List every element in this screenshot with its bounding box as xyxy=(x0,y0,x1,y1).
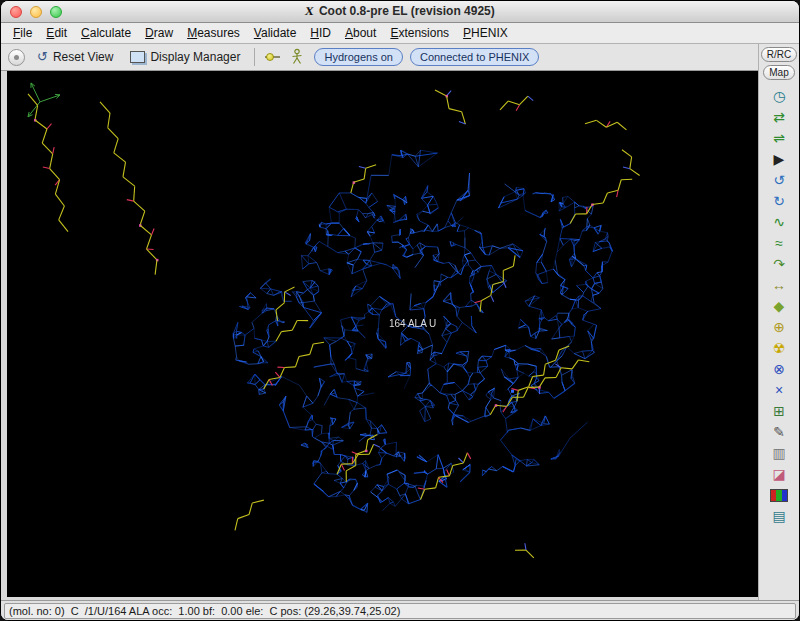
map-button[interactable]: Map xyxy=(763,65,794,80)
display-manager-icon xyxy=(130,51,145,63)
connected-to-phenix-button[interactable]: Connected to PHENIX xyxy=(410,48,539,66)
right-panel: R/RC Map ◷⇄⇌▶↺↻∿≈↷↔◆⊕☢⊗×⊞✎▥◪▤ xyxy=(758,44,799,600)
eraser-icon[interactable]: ◪ xyxy=(767,465,791,484)
content-row: ↺ Reset View Display Manager xyxy=(1,44,799,600)
person-icon[interactable] xyxy=(289,48,307,66)
menu-draw[interactable]: Draw xyxy=(138,24,180,42)
menu-about[interactable]: About xyxy=(338,24,383,42)
regularize-zone-icon[interactable]: ⇄ xyxy=(767,108,791,127)
traffic-lights xyxy=(10,6,62,18)
flip-peptide-icon[interactable]: ↷ xyxy=(767,255,791,274)
sidechain-180-icon[interactable]: ↔ xyxy=(767,276,791,295)
window-title: XCoot 0.8-pre EL (revision 4925) xyxy=(1,4,799,19)
title-bar[interactable]: XCoot 0.8-pre EL (revision 4925) xyxy=(1,1,799,23)
toolbar-overflow-button[interactable] xyxy=(8,49,25,66)
menu-validate[interactable]: Validate xyxy=(247,24,304,42)
rotate-translate-icon[interactable]: ▶ xyxy=(767,150,791,169)
torsion-general-icon[interactable]: ≈ xyxy=(767,234,791,253)
status-text: (mol. no: 0) C /1/U/164 ALA occ: 1.00 bf… xyxy=(4,603,796,619)
hydrogens-on-button[interactable]: Hydrogens on xyxy=(314,48,403,66)
toolbar-overflow-icon xyxy=(14,55,19,60)
auto-fit-rotamer-icon[interactable]: ↺ xyxy=(767,171,791,190)
hydrogen-toggle-atom xyxy=(266,53,274,61)
pointer-atom-icon[interactable]: ☢ xyxy=(767,339,791,358)
viewport: 164 ALA U xyxy=(1,71,758,600)
minimize-button[interactable] xyxy=(30,6,42,18)
reset-view-label: Reset View xyxy=(53,50,113,64)
display-settings-icon[interactable] xyxy=(767,486,791,505)
side-icon-strip: ◷⇄⇌▶↺↻∿≈↷↔◆⊕☢⊗×⊞✎▥◪▤ xyxy=(767,87,791,526)
close-button[interactable] xyxy=(10,6,22,18)
menu-calculate[interactable]: Calculate xyxy=(74,24,138,42)
toolbar-separator xyxy=(254,48,255,66)
refine-arrows-icon[interactable]: ⊗ xyxy=(767,360,791,379)
menu-hid[interactable]: HID xyxy=(303,24,338,42)
window-title-text: Coot 0.8-pre EL (revision 4925) xyxy=(319,4,495,18)
menu-measures[interactable]: Measures xyxy=(180,24,247,42)
menu-extensions[interactable]: Extensions xyxy=(383,24,456,42)
hydrogen-toggle-icon[interactable] xyxy=(264,48,282,66)
rotamers-icon[interactable]: ↻ xyxy=(767,192,791,211)
main-toolbar: ↺ Reset View Display Manager xyxy=(1,44,758,71)
menu-phenix[interactable]: PHENIX xyxy=(456,24,515,42)
main-column: ↺ Reset View Display Manager xyxy=(1,44,758,600)
rigid-body-fit-icon[interactable]: ⇌ xyxy=(767,129,791,148)
gl-canvas[interactable] xyxy=(7,71,758,597)
edit-pencil-icon[interactable]: ✎ xyxy=(767,423,791,442)
display-manager-button[interactable]: Display Manager xyxy=(125,48,245,66)
rgb-display-glyph xyxy=(770,489,788,502)
add-atom-icon[interactable]: ⊞ xyxy=(767,402,791,421)
coot-window: XCoot 0.8-pre EL (revision 4925) FileEdi… xyxy=(0,0,800,621)
map-contour-icon[interactable]: ▤ xyxy=(767,507,791,526)
menu-file[interactable]: File xyxy=(6,24,39,42)
add-terminal-residue-icon[interactable]: ⊕ xyxy=(767,318,791,337)
real-space-refine-icon[interactable]: ◷ xyxy=(767,87,791,106)
mutate-residue-icon[interactable]: ◆ xyxy=(767,297,791,316)
reset-view-icon: ↺ xyxy=(37,51,48,63)
reset-view-button[interactable]: ↺ Reset View xyxy=(32,48,118,66)
delete-item-icon[interactable]: × xyxy=(767,381,791,400)
rrc-button[interactable]: R/RC xyxy=(761,47,797,62)
edit-chi-angles-icon[interactable]: ∿ xyxy=(767,213,791,232)
status-bar: (mol. no: 0) C /1/U/164 ALA occ: 1.00 bf… xyxy=(1,600,799,620)
menu-edit[interactable]: Edit xyxy=(39,24,74,42)
x11-icon: X xyxy=(304,4,315,19)
menu-bar: FileEditCalculateDrawMeasuresValidateHID… xyxy=(1,23,799,44)
trash-icon[interactable]: ▥ xyxy=(767,444,791,463)
person-glyph xyxy=(289,48,305,65)
display-manager-label: Display Manager xyxy=(150,50,240,64)
zoom-button[interactable] xyxy=(50,6,62,18)
